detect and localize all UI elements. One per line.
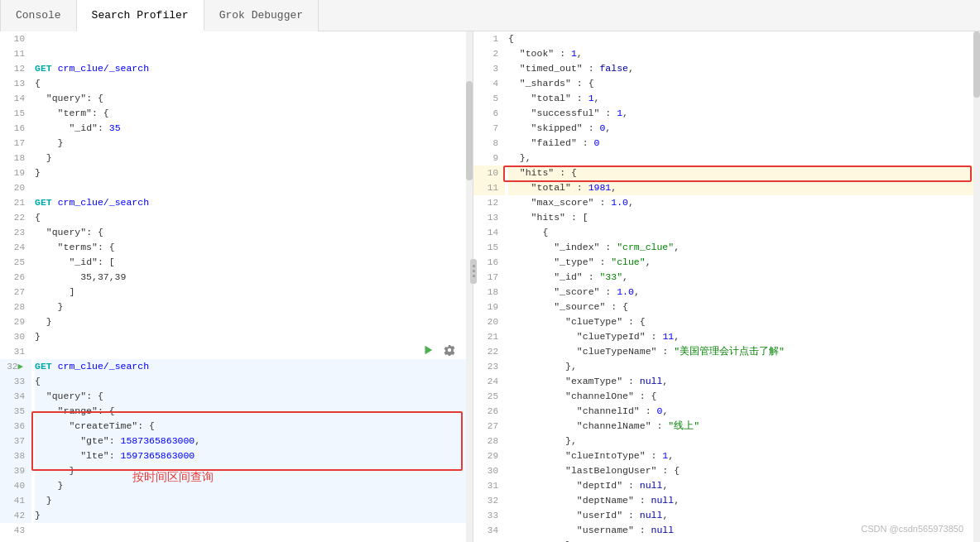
code-line: { xyxy=(35,76,473,91)
code-line: } xyxy=(35,165,473,180)
line-number: 35 xyxy=(0,404,31,419)
code-line: "query": { xyxy=(35,225,473,240)
right-code-line: "successful" : 1, xyxy=(508,106,973,121)
right-line-number: 24 xyxy=(473,374,505,389)
line-number: 18 xyxy=(0,151,31,165)
line-number: 32▶ xyxy=(0,359,31,374)
right-line-number: 8 xyxy=(473,136,505,151)
code-line: "term": { xyxy=(35,106,473,121)
svg-marker-0 xyxy=(425,346,433,355)
panel-divider[interactable] xyxy=(470,259,477,284)
right-code-line: "_index" : "crm_clue", xyxy=(508,240,973,255)
right-line-number: 22 xyxy=(473,344,505,359)
right-line-number: 5 xyxy=(473,91,505,106)
line-number: 22 xyxy=(0,210,31,225)
right-code-line: "_type" : "clue", xyxy=(508,255,973,270)
left-editor-panel[interactable]: 1011121314151617181920212223242526272829… xyxy=(0,31,473,542)
right-code-line: }, xyxy=(508,538,973,542)
line-number: 16 xyxy=(0,121,31,136)
right-line-number: 26 xyxy=(473,404,505,419)
right-line-number: 4 xyxy=(473,76,505,91)
code-line: ] xyxy=(35,285,473,300)
code-line: "gte": 1587365863000, xyxy=(35,434,473,448)
right-line-numbers: 1234567891011121314151617181920212223242… xyxy=(473,31,505,542)
code-line: GET crm_clue/_search xyxy=(35,61,473,76)
right-scrollbar-thumb[interactable] xyxy=(973,31,980,98)
code-line: "query": { xyxy=(35,91,473,106)
right-line-number: 13 xyxy=(473,210,505,225)
line-number: 43 xyxy=(0,523,31,538)
right-line-number: 34 xyxy=(473,523,505,538)
right-code-line: "clueType" : { xyxy=(508,314,973,329)
right-code-line: "deptName" : null, xyxy=(508,493,973,508)
code-line: "query": { xyxy=(35,389,473,404)
line-number: 36 xyxy=(0,419,31,434)
line-number: 30 xyxy=(0,329,31,344)
code-line: "lte": 1597365863000 xyxy=(35,448,473,463)
code-line: "range": { xyxy=(35,404,473,419)
right-code-line: "skipped" : 0, xyxy=(508,121,973,136)
line-number: 21 xyxy=(0,195,31,210)
right-code-line: "deptId" : null, xyxy=(508,478,973,493)
code-line xyxy=(35,344,473,359)
code-line: } xyxy=(35,151,473,165)
right-code-line: "total" : 1, xyxy=(508,91,973,106)
line-number: 29 xyxy=(0,314,31,329)
code-line xyxy=(35,523,473,538)
code-line: 35,37,39 xyxy=(35,270,473,285)
run-button[interactable] xyxy=(420,342,436,358)
line-number: 44 xyxy=(0,538,31,542)
right-code-line: "timed_out" : false, xyxy=(508,61,973,76)
right-line-number: 12 xyxy=(473,195,505,210)
line-number: 31 xyxy=(0,344,31,359)
query-toolbar xyxy=(420,342,458,358)
line-number: 28 xyxy=(0,300,31,314)
right-line-number: 18 xyxy=(473,285,505,300)
code-line: GET crm_clue/_search xyxy=(35,359,473,374)
line-number: 25 xyxy=(0,255,31,270)
line-number: 14 xyxy=(0,91,31,106)
editor-area[interactable]: 1011121314151617181920212223242526272829… xyxy=(0,31,473,542)
line-number: 10 xyxy=(0,31,31,46)
code-line: } xyxy=(35,136,473,151)
line-number: 17 xyxy=(0,136,31,151)
right-code-line: "channelId" : 0, xyxy=(508,404,973,419)
right-line-number: 10 xyxy=(473,165,505,180)
right-code-line: "_shards" : { xyxy=(508,76,973,91)
right-code-content: { "took" : 1, "timed_out" : false, "_sha… xyxy=(505,31,973,542)
divider-dot-2 xyxy=(473,270,475,272)
main-content: 1011121314151617181920212223242526272829… xyxy=(0,31,980,542)
right-line-number: 7 xyxy=(473,121,505,136)
right-line-number: 2 xyxy=(473,46,505,61)
right-output-panel: 1234567891011121314151617181920212223242… xyxy=(473,31,980,542)
line-number: 24 xyxy=(0,240,31,255)
right-code-line: "clueIntoType" : 1, xyxy=(508,448,973,463)
code-line: } xyxy=(35,314,473,329)
line-number: 19 xyxy=(0,165,31,180)
code-line: "terms": { xyxy=(35,240,473,255)
right-line-number: 17 xyxy=(473,270,505,285)
line-number: 23 xyxy=(0,225,31,240)
code-line xyxy=(35,46,473,61)
code-line xyxy=(35,31,473,46)
annotation-text: 按时间区间查询 xyxy=(132,470,214,485)
right-code-line: "took" : 1, xyxy=(508,46,973,61)
tab-console[interactable]: Console xyxy=(0,0,77,31)
right-line-number: 21 xyxy=(473,329,505,344)
line-number: 34 xyxy=(0,389,31,404)
left-scrollbar-thumb[interactable] xyxy=(466,81,473,180)
right-code-line: "_id" : "33", xyxy=(508,270,973,285)
line-number: 39 xyxy=(0,463,31,478)
left-scrollbar[interactable] xyxy=(466,31,473,542)
right-line-number: 28 xyxy=(473,434,505,448)
tab-search-profiler[interactable]: Search Profiler xyxy=(77,0,204,31)
tab-grok-debugger[interactable]: Grok Debugger xyxy=(204,0,319,31)
right-line-number: 33 xyxy=(473,508,505,523)
right-line-number: 9 xyxy=(473,151,505,165)
code-line: } xyxy=(35,493,473,508)
settings-button[interactable] xyxy=(441,342,458,358)
right-line-number: 29 xyxy=(473,448,505,463)
code-line: } xyxy=(35,478,473,493)
app: Console Search Profiler Grok Debugger 10… xyxy=(0,0,980,542)
right-scrollbar[interactable] xyxy=(973,31,980,542)
